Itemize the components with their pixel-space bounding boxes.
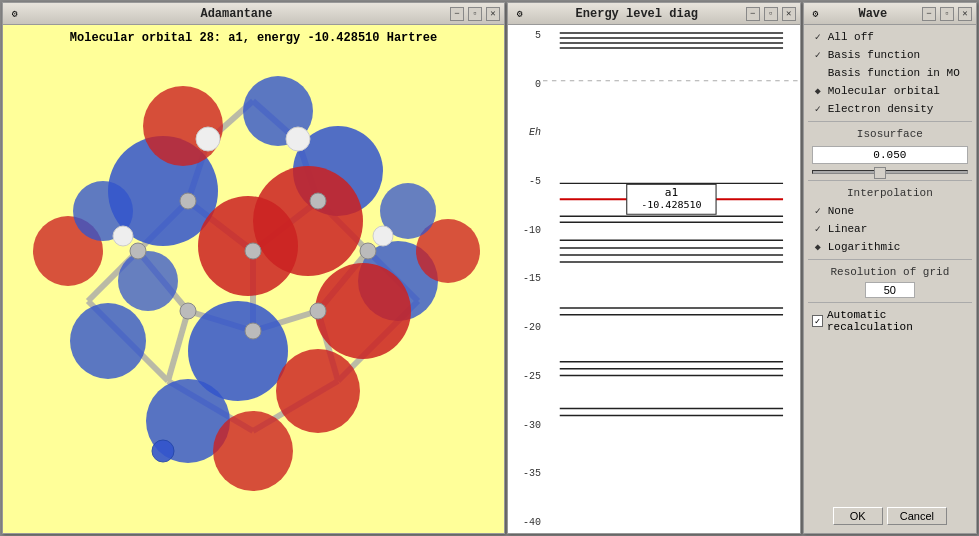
svg-text:a1: a1: [665, 187, 678, 198]
y-tick-n5: -5: [508, 176, 541, 187]
molecule-viewport[interactable]: [8, 51, 498, 511]
auto-recalc-checkbox[interactable]: ✓: [812, 315, 823, 327]
svg-point-40: [196, 127, 220, 151]
basis-function-mo-label: Basis function in MO: [828, 67, 960, 79]
interp-linear-check: ✓: [812, 223, 824, 235]
wave-close-btn[interactable]: ✕: [958, 7, 972, 21]
energy-minimize-btn[interactable]: −: [746, 7, 760, 21]
wave-content: ✓ All off ✓ Basis function Basis functio…: [804, 25, 976, 533]
svg-point-46: [180, 193, 196, 209]
basis-function-label: Basis function: [828, 49, 920, 61]
wave-titlebar: ⚙ Wave − ▫ ✕: [804, 3, 976, 25]
svg-point-34: [276, 349, 360, 433]
electron-density-check: ✓: [812, 103, 824, 115]
isosurface-slider-track[interactable]: [812, 170, 968, 174]
y-tick-n35: -35: [508, 468, 541, 479]
ok-button[interactable]: OK: [833, 507, 883, 525]
menu-interp-linear[interactable]: ✓ Linear: [808, 221, 972, 237]
isosurface-label: Isosurface: [808, 126, 972, 142]
svg-point-33: [143, 86, 223, 166]
auto-recalc-label: Automatic recalculation: [827, 309, 968, 333]
energy-content: 5 0 Eh -5 -10 -15 -20 -25 -30 -35 -40: [508, 25, 800, 533]
interp-log-check: ◆: [812, 241, 824, 253]
y-tick-0: 0: [508, 79, 541, 90]
svg-point-43: [373, 226, 393, 246]
all-off-label: All off: [828, 31, 874, 43]
interpolation-label: Interpolation: [808, 185, 972, 201]
svg-point-42: [113, 226, 133, 246]
y-tick-n25: -25: [508, 371, 541, 382]
y-tick-n40: -40: [508, 517, 541, 528]
menu-basis-function[interactable]: ✓ Basis function: [808, 47, 972, 63]
basis-function-check: ✓: [812, 49, 824, 61]
interp-linear-label: Linear: [828, 223, 868, 235]
wave-restore-btn[interactable]: ▫: [940, 7, 954, 21]
menu-all-off[interactable]: ✓ All off: [808, 29, 972, 45]
interp-none-check: ✓: [812, 205, 824, 217]
isosurface-slider-thumb[interactable]: [874, 167, 886, 179]
svg-point-51: [180, 303, 196, 319]
molecule-minimize-btn[interactable]: −: [450, 7, 464, 21]
energy-window-icon: ⚙: [512, 6, 528, 22]
energy-chart-svg: a1 -10.428510: [543, 25, 800, 533]
svg-point-47: [310, 193, 326, 209]
isosurface-value[interactable]: 0.050: [812, 146, 968, 164]
divider-2: [808, 180, 972, 181]
svg-point-32: [315, 263, 411, 359]
interp-log-label: Logarithmic: [828, 241, 901, 253]
menu-basis-function-mo[interactable]: Basis function in MO: [808, 65, 972, 81]
energy-y-axis: 5 0 Eh -5 -10 -15 -20 -25 -30 -35 -40: [508, 25, 543, 533]
svg-point-52: [310, 303, 326, 319]
svg-point-41: [286, 127, 310, 151]
menu-molecular-orbital[interactable]: ◆ Molecular orbital: [808, 83, 972, 99]
orbital-info: Molecular orbital 28: a1, energy -10.428…: [64, 25, 443, 51]
cancel-button[interactable]: Cancel: [887, 507, 947, 525]
molecule-content: Molecular orbital 28: a1, energy -10.428…: [3, 25, 504, 533]
y-label-eh: Eh: [508, 127, 541, 138]
menu-interp-none[interactable]: ✓ None: [808, 203, 972, 219]
molecule-restore-btn[interactable]: ▫: [468, 7, 482, 21]
molecule-window: ⚙ Adamantane − ▫ ✕ Molecular orbital 28:…: [2, 2, 505, 534]
basis-function-mo-check: [812, 67, 824, 79]
energy-restore-btn[interactable]: ▫: [764, 7, 778, 21]
energy-close-btn[interactable]: ✕: [782, 7, 796, 21]
svg-point-48: [130, 243, 146, 259]
electron-density-label: Electron density: [828, 103, 934, 115]
energy-chart[interactable]: a1 -10.428510: [543, 25, 800, 533]
resolution-input[interactable]: 50: [865, 282, 915, 298]
divider-4: [808, 302, 972, 303]
bottom-buttons: OK Cancel: [808, 503, 972, 529]
wave-minimize-btn[interactable]: −: [922, 7, 936, 21]
molecular-orbital-label: Molecular orbital: [828, 85, 940, 97]
svg-point-26: [70, 303, 146, 379]
wave-panel-title: Wave: [828, 7, 918, 21]
y-tick-n20: -20: [508, 322, 541, 333]
all-off-check: ✓: [812, 31, 824, 43]
divider-3: [808, 259, 972, 260]
energy-window-title: Energy level diag: [532, 7, 742, 21]
menu-electron-density[interactable]: ✓ Electron density: [808, 101, 972, 117]
auto-recalc-container: ✓ Automatic recalculation: [808, 307, 972, 335]
menu-interp-logarithmic[interactable]: ◆ Logarithmic: [808, 239, 972, 255]
y-tick-n15: -15: [508, 273, 541, 284]
molecule-window-title: Adamantane: [27, 7, 446, 21]
svg-point-45: [245, 243, 261, 259]
molecule-svg: [8, 51, 498, 506]
y-tick-n10: -10: [508, 225, 541, 236]
svg-point-44: [152, 440, 174, 462]
y-tick-n30: -30: [508, 420, 541, 431]
wave-panel-icon: ⚙: [808, 6, 824, 22]
molecule-window-icon: ⚙: [7, 6, 23, 22]
molecular-orbital-check: ◆: [812, 85, 824, 97]
divider-1: [808, 121, 972, 122]
molecule-titlebar: ⚙ Adamantane − ▫ ✕: [3, 3, 504, 25]
interp-none-label: None: [828, 205, 854, 217]
svg-text:-10.428510: -10.428510: [641, 200, 702, 210]
svg-point-37: [213, 411, 293, 491]
wave-panel: ⚙ Wave − ▫ ✕ ✓ All off ✓ Basis function …: [803, 2, 977, 534]
isosurface-slider-container: [812, 170, 968, 174]
energy-titlebar: ⚙ Energy level diag − ▫ ✕: [508, 3, 800, 25]
molecule-close-btn[interactable]: ✕: [486, 7, 500, 21]
y-tick-5: 5: [508, 30, 541, 41]
svg-point-50: [245, 323, 261, 339]
